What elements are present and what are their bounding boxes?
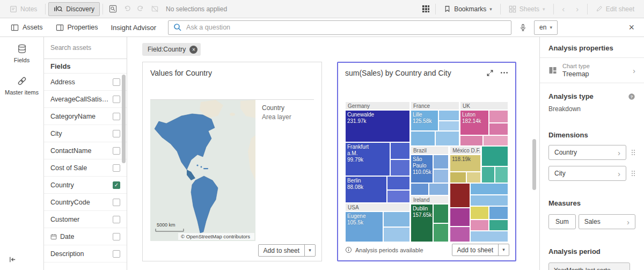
field-checkbox[interactable] — [113, 216, 120, 223]
sheets-button[interactable]: Sheets ▾ — [503, 2, 551, 16]
drag-handle-icon[interactable] — [631, 170, 635, 177]
treemap-cell[interactable]: Eugene 105.5k — [345, 211, 383, 242]
treemap-cell[interactable] — [429, 183, 449, 195]
properties-toggle-button[interactable]: Properties — [52, 20, 103, 35]
map-chart[interactable]: 5000 km © OpenStreetMap contributors — [150, 100, 255, 241]
close-insight-advisor-button[interactable]: × — [625, 23, 638, 32]
treemap-cell[interactable] — [489, 110, 508, 123]
field-row[interactable]: ContactName — [44, 142, 127, 159]
rail-item-master-items[interactable]: Master items — [0, 69, 43, 101]
treemap-cell[interactable] — [470, 220, 489, 231]
field-row[interactable]: Date — [44, 228, 127, 245]
treemap-cell[interactable] — [433, 155, 449, 169]
treemap-cell[interactable] — [387, 176, 410, 190]
field-row[interactable]: Customer — [44, 211, 127, 228]
selections-tool-button[interactable] — [106, 2, 120, 16]
treemap-cell[interactable] — [470, 206, 489, 220]
treemap-cell[interactable]: 118.19k — [450, 155, 481, 172]
treemap-cell[interactable] — [383, 211, 409, 227]
clear-selections-button[interactable] — [148, 2, 162, 16]
treemap-cell[interactable]: Berlin 88.08k — [345, 176, 387, 203]
treemap-cell[interactable] — [390, 159, 410, 176]
treemap-cell[interactable] — [411, 183, 429, 195]
voice-input-button[interactable] — [516, 20, 530, 34]
notes-button[interactable]: Notes — [4, 2, 42, 16]
treemap-cell[interactable] — [433, 223, 449, 242]
caret-down-icon[interactable]: ▾ — [304, 245, 315, 256]
treemap-cell[interactable] — [489, 220, 508, 231]
treemap-cell[interactable] — [450, 172, 466, 183]
treemap-cell[interactable] — [489, 123, 508, 135]
field-checkbox[interactable] — [113, 113, 120, 120]
treemap-group-header[interactable]: Germany — [345, 101, 410, 110]
field-checkbox[interactable] — [113, 233, 120, 240]
field-row[interactable]: Cost of Sale — [44, 159, 127, 177]
treemap-cell[interactable]: São Paulo 110.05k — [411, 155, 433, 183]
treemap-cell[interactable] — [390, 142, 410, 159]
rail-item-fields[interactable]: Fields — [0, 37, 43, 69]
treemap-cell[interactable] — [387, 190, 410, 203]
collapse-panel-button[interactable] — [9, 256, 17, 264]
field-row[interactable]: CategoryName — [44, 108, 127, 125]
treemap-cell[interactable] — [438, 110, 459, 121]
field-checkbox[interactable] — [113, 96, 120, 103]
next-sheet-button[interactable]: › — [570, 2, 584, 16]
field-row[interactable]: Description — [44, 245, 127, 262]
treemap-group-header[interactable]: Ireland — [411, 195, 449, 204]
remove-chip-button[interactable]: × — [189, 46, 197, 54]
treemap-cell[interactable] — [470, 183, 508, 195]
language-select[interactable]: en ▾ — [534, 20, 558, 35]
measure-aggregation-button[interactable]: Sum — [548, 214, 576, 229]
field-checkbox[interactable] — [113, 164, 120, 172]
step-forward-button[interactable] — [134, 2, 148, 16]
field-checkbox[interactable] — [113, 199, 120, 206]
analysis-period-button[interactable]: YearMonth-last sorte... — [548, 262, 630, 270]
caret-down-icon[interactable]: ▾ — [498, 244, 509, 256]
more-menu-icon[interactable] — [500, 69, 508, 77]
treemap-cell[interactable] — [433, 169, 449, 183]
edit-sheet-button[interactable]: Edit sheet — [590, 2, 640, 16]
treemap-cell[interactable] — [383, 227, 409, 242]
map-attribution[interactable]: © OpenStreetMap contributors — [181, 233, 250, 239]
treemap-cell[interactable] — [450, 208, 470, 227]
app-objects-button[interactable] — [419, 2, 433, 16]
chart-type-row[interactable]: Chart type Treemap › — [540, 57, 644, 83]
treemap-cell[interactable] — [411, 131, 435, 146]
field-country-chip[interactable]: Field:Country × — [142, 43, 201, 56]
assets-toggle-button[interactable]: Assets — [6, 20, 47, 35]
field-row[interactable]: Address — [44, 74, 127, 91]
treemap-cell[interactable] — [481, 146, 508, 166]
treemap-cell[interactable] — [460, 135, 483, 146]
treemap[interactable]: GermanyCunewalde 231.97kFrankfurt a.M. 9… — [345, 101, 508, 242]
add-to-sheet-button[interactable]: Add to sheet ▾ — [452, 244, 509, 256]
treemap-cell[interactable]: Frankfurt a.M. 99.79k — [345, 142, 390, 176]
main-scrollbar[interactable] — [532, 139, 536, 190]
treemap-cell[interactable] — [470, 195, 508, 206]
step-back-button[interactable] — [120, 2, 134, 16]
measure-field-button[interactable]: Sales › — [579, 214, 635, 229]
field-checkbox[interactable] — [113, 78, 120, 86]
treemap-cell[interactable] — [489, 206, 508, 220]
treemap-cell[interactable]: Cunewalde 231.97k — [345, 110, 410, 142]
prev-sheet-button[interactable]: ‹ — [557, 2, 570, 16]
dimension-button[interactable]: City› — [548, 166, 626, 181]
treemap-cell[interactable] — [470, 231, 508, 242]
treemap-cell[interactable] — [450, 227, 470, 242]
discovery-button[interactable]: Discovery — [48, 2, 100, 16]
field-row[interactable]: AverageCallSatisfa... — [44, 91, 127, 108]
treemap-cell[interactable] — [438, 121, 459, 131]
field-row[interactable]: Country✓ — [44, 177, 127, 194]
treemap-cell[interactable] — [435, 131, 459, 146]
treemap-group-header[interactable]: USA — [345, 203, 410, 211]
field-checkbox[interactable] — [113, 130, 120, 137]
treemap-cell[interactable]: Dublin 157.65k — [411, 204, 433, 242]
field-checkbox[interactable]: ✓ — [113, 181, 120, 189]
assets-scrollbar[interactable] — [122, 75, 126, 163]
treemap-group-header[interactable]: France — [411, 101, 459, 110]
field-checkbox[interactable] — [113, 147, 120, 155]
field-row[interactable]: CountryCode — [44, 194, 127, 211]
add-to-sheet-button[interactable]: Add to sheet ▾ — [258, 244, 316, 257]
treemap-group-header[interactable]: México D.F. — [450, 146, 481, 155]
expand-icon[interactable] — [486, 69, 494, 77]
treemap-cell[interactable]: Luton 182.14k — [460, 110, 489, 135]
